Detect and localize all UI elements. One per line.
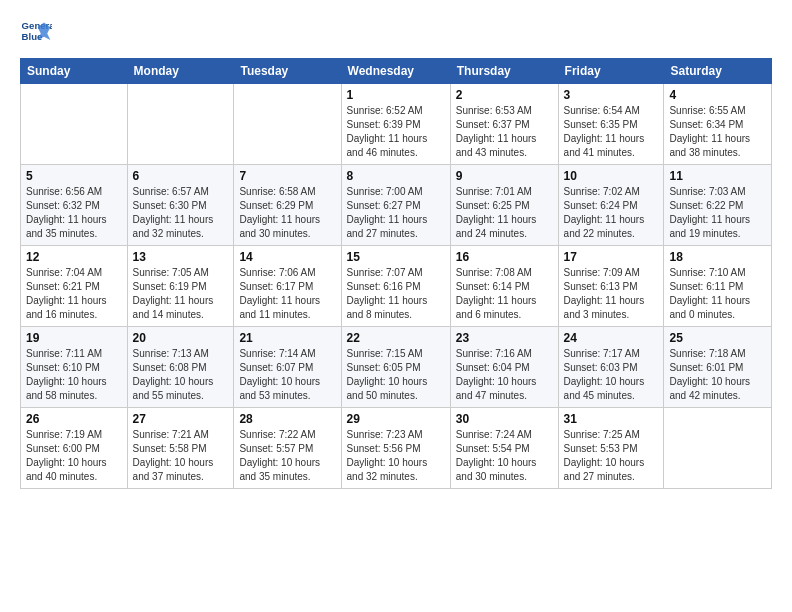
calendar-cell: 27Sunrise: 7:21 AM Sunset: 5:58 PM Dayli… [127,408,234,489]
calendar-cell: 28Sunrise: 7:22 AM Sunset: 5:57 PM Dayli… [234,408,341,489]
calendar-cell: 12Sunrise: 7:04 AM Sunset: 6:21 PM Dayli… [21,246,128,327]
calendar-cell: 7Sunrise: 6:58 AM Sunset: 6:29 PM Daylig… [234,165,341,246]
calendar-cell: 8Sunrise: 7:00 AM Sunset: 6:27 PM Daylig… [341,165,450,246]
day-info: Sunrise: 7:07 AM Sunset: 6:16 PM Dayligh… [347,266,445,322]
day-number: 23 [456,331,553,345]
calendar-cell: 9Sunrise: 7:01 AM Sunset: 6:25 PM Daylig… [450,165,558,246]
day-info: Sunrise: 7:18 AM Sunset: 6:01 PM Dayligh… [669,347,766,403]
day-number: 10 [564,169,659,183]
weekday-header-sunday: Sunday [21,59,128,84]
day-number: 8 [347,169,445,183]
weekday-header-monday: Monday [127,59,234,84]
day-number: 30 [456,412,553,426]
calendar-cell: 15Sunrise: 7:07 AM Sunset: 6:16 PM Dayli… [341,246,450,327]
day-number: 28 [239,412,335,426]
calendar-cell: 11Sunrise: 7:03 AM Sunset: 6:22 PM Dayli… [664,165,772,246]
day-number: 18 [669,250,766,264]
day-number: 14 [239,250,335,264]
day-number: 12 [26,250,122,264]
calendar-cell: 14Sunrise: 7:06 AM Sunset: 6:17 PM Dayli… [234,246,341,327]
day-info: Sunrise: 6:54 AM Sunset: 6:35 PM Dayligh… [564,104,659,160]
day-number: 2 [456,88,553,102]
calendar-cell: 1Sunrise: 6:52 AM Sunset: 6:39 PM Daylig… [341,84,450,165]
calendar-cell: 3Sunrise: 6:54 AM Sunset: 6:35 PM Daylig… [558,84,664,165]
day-info: Sunrise: 7:00 AM Sunset: 6:27 PM Dayligh… [347,185,445,241]
day-info: Sunrise: 7:03 AM Sunset: 6:22 PM Dayligh… [669,185,766,241]
day-info: Sunrise: 7:15 AM Sunset: 6:05 PM Dayligh… [347,347,445,403]
day-number: 25 [669,331,766,345]
day-number: 9 [456,169,553,183]
logo: General Blue [20,16,56,48]
calendar-week-row: 1Sunrise: 6:52 AM Sunset: 6:39 PM Daylig… [21,84,772,165]
day-number: 27 [133,412,229,426]
day-info: Sunrise: 7:14 AM Sunset: 6:07 PM Dayligh… [239,347,335,403]
calendar-week-row: 5Sunrise: 6:56 AM Sunset: 6:32 PM Daylig… [21,165,772,246]
day-number: 17 [564,250,659,264]
day-info: Sunrise: 7:04 AM Sunset: 6:21 PM Dayligh… [26,266,122,322]
calendar-table: SundayMondayTuesdayWednesdayThursdayFrid… [20,58,772,489]
calendar-cell: 18Sunrise: 7:10 AM Sunset: 6:11 PM Dayli… [664,246,772,327]
day-number: 7 [239,169,335,183]
day-info: Sunrise: 6:58 AM Sunset: 6:29 PM Dayligh… [239,185,335,241]
weekday-header-thursday: Thursday [450,59,558,84]
calendar-cell: 22Sunrise: 7:15 AM Sunset: 6:05 PM Dayli… [341,327,450,408]
day-info: Sunrise: 7:10 AM Sunset: 6:11 PM Dayligh… [669,266,766,322]
calendar-cell: 10Sunrise: 7:02 AM Sunset: 6:24 PM Dayli… [558,165,664,246]
day-info: Sunrise: 7:01 AM Sunset: 6:25 PM Dayligh… [456,185,553,241]
day-number: 26 [26,412,122,426]
weekday-header-wednesday: Wednesday [341,59,450,84]
calendar-cell: 23Sunrise: 7:16 AM Sunset: 6:04 PM Dayli… [450,327,558,408]
day-info: Sunrise: 7:25 AM Sunset: 5:53 PM Dayligh… [564,428,659,484]
day-info: Sunrise: 7:16 AM Sunset: 6:04 PM Dayligh… [456,347,553,403]
day-info: Sunrise: 7:19 AM Sunset: 6:00 PM Dayligh… [26,428,122,484]
calendar-week-row: 26Sunrise: 7:19 AM Sunset: 6:00 PM Dayli… [21,408,772,489]
day-number: 20 [133,331,229,345]
day-info: Sunrise: 6:55 AM Sunset: 6:34 PM Dayligh… [669,104,766,160]
day-number: 15 [347,250,445,264]
day-number: 6 [133,169,229,183]
day-number: 16 [456,250,553,264]
day-info: Sunrise: 6:52 AM Sunset: 6:39 PM Dayligh… [347,104,445,160]
weekday-header-friday: Friday [558,59,664,84]
day-info: Sunrise: 6:53 AM Sunset: 6:37 PM Dayligh… [456,104,553,160]
day-number: 11 [669,169,766,183]
calendar-cell: 29Sunrise: 7:23 AM Sunset: 5:56 PM Dayli… [341,408,450,489]
calendar-week-row: 19Sunrise: 7:11 AM Sunset: 6:10 PM Dayli… [21,327,772,408]
day-number: 22 [347,331,445,345]
calendar-cell: 25Sunrise: 7:18 AM Sunset: 6:01 PM Dayli… [664,327,772,408]
calendar-cell: 17Sunrise: 7:09 AM Sunset: 6:13 PM Dayli… [558,246,664,327]
day-info: Sunrise: 7:21 AM Sunset: 5:58 PM Dayligh… [133,428,229,484]
calendar-cell [664,408,772,489]
calendar-cell: 16Sunrise: 7:08 AM Sunset: 6:14 PM Dayli… [450,246,558,327]
day-info: Sunrise: 7:24 AM Sunset: 5:54 PM Dayligh… [456,428,553,484]
calendar-cell: 21Sunrise: 7:14 AM Sunset: 6:07 PM Dayli… [234,327,341,408]
day-number: 24 [564,331,659,345]
calendar-cell: 26Sunrise: 7:19 AM Sunset: 6:00 PM Dayli… [21,408,128,489]
day-info: Sunrise: 6:56 AM Sunset: 6:32 PM Dayligh… [26,185,122,241]
day-number: 3 [564,88,659,102]
day-number: 4 [669,88,766,102]
calendar-cell: 2Sunrise: 6:53 AM Sunset: 6:37 PM Daylig… [450,84,558,165]
day-number: 21 [239,331,335,345]
calendar-cell: 30Sunrise: 7:24 AM Sunset: 5:54 PM Dayli… [450,408,558,489]
day-number: 1 [347,88,445,102]
svg-text:Blue: Blue [22,31,43,42]
day-info: Sunrise: 7:08 AM Sunset: 6:14 PM Dayligh… [456,266,553,322]
page-header: General Blue [20,16,772,48]
day-info: Sunrise: 7:02 AM Sunset: 6:24 PM Dayligh… [564,185,659,241]
calendar-cell [234,84,341,165]
day-number: 29 [347,412,445,426]
day-number: 5 [26,169,122,183]
day-info: Sunrise: 7:13 AM Sunset: 6:08 PM Dayligh… [133,347,229,403]
day-info: Sunrise: 7:06 AM Sunset: 6:17 PM Dayligh… [239,266,335,322]
calendar-cell [127,84,234,165]
day-info: Sunrise: 7:09 AM Sunset: 6:13 PM Dayligh… [564,266,659,322]
logo-icon: General Blue [20,16,52,48]
calendar-cell: 13Sunrise: 7:05 AM Sunset: 6:19 PM Dayli… [127,246,234,327]
day-number: 19 [26,331,122,345]
day-info: Sunrise: 7:23 AM Sunset: 5:56 PM Dayligh… [347,428,445,484]
day-info: Sunrise: 6:57 AM Sunset: 6:30 PM Dayligh… [133,185,229,241]
weekday-header-row: SundayMondayTuesdayWednesdayThursdayFrid… [21,59,772,84]
day-info: Sunrise: 7:17 AM Sunset: 6:03 PM Dayligh… [564,347,659,403]
calendar-cell: 31Sunrise: 7:25 AM Sunset: 5:53 PM Dayli… [558,408,664,489]
